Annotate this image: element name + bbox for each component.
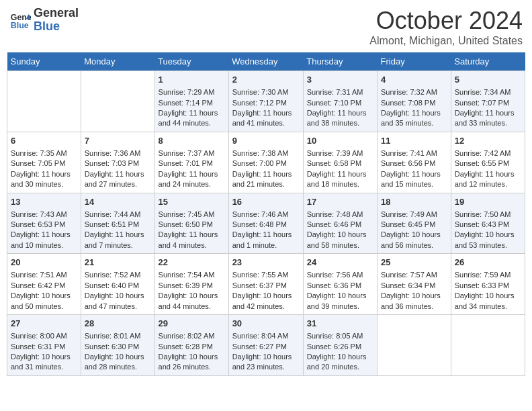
sunset-time: Sunset: 7:01 PM (159, 159, 213, 167)
day-number: 20 (11, 257, 77, 269)
day-header-wednesday: Wednesday (228, 52, 303, 71)
sunrise-time: Sunrise: 7:52 AM (85, 271, 141, 279)
daylight-hours: Daylight: 11 hours and 12 minutes. (455, 170, 515, 188)
day-number: 13 (11, 196, 77, 208)
sunrise-time: Sunrise: 7:46 AM (232, 210, 289, 218)
sunrise-time: Sunrise: 7:32 AM (381, 88, 437, 96)
calendar-cell: 4Sunrise: 7:32 AMSunset: 7:08 PMDaylight… (378, 71, 451, 132)
sunrise-time: Sunrise: 7:39 AM (307, 149, 363, 157)
calendar-cell: 11Sunrise: 7:41 AMSunset: 6:56 PMDayligh… (378, 132, 451, 193)
daylight-hours: Daylight: 11 hours and 7 minutes. (85, 230, 144, 248)
day-header-friday: Friday (378, 52, 451, 71)
sunset-time: Sunset: 7:12 PM (232, 99, 287, 107)
sunset-time: Sunset: 6:45 PM (381, 220, 435, 228)
sunset-time: Sunset: 6:58 PM (307, 159, 361, 167)
sunrise-time: Sunrise: 7:34 AM (455, 88, 511, 96)
day-number: 15 (159, 196, 225, 208)
daylight-hours: Daylight: 11 hours and 15 minutes. (381, 170, 441, 188)
sunrise-time: Sunrise: 7:59 AM (455, 271, 511, 279)
calendar-cell: 18Sunrise: 7:49 AMSunset: 6:45 PMDayligh… (378, 193, 451, 254)
day-number: 25 (381, 257, 447, 269)
sunset-time: Sunset: 6:46 PM (307, 220, 361, 228)
sunrise-time: Sunrise: 7:44 AM (85, 210, 141, 218)
daylight-hours: Daylight: 10 hours and 34 minutes. (455, 291, 515, 310)
title-area: October 2024 Almont, Michigan, United St… (369, 7, 523, 47)
sunrise-time: Sunrise: 7:41 AM (381, 149, 437, 157)
sunset-time: Sunset: 7:08 PM (381, 99, 435, 107)
calendar-table: SundayMondayTuesdayWednesdayThursdayFrid… (7, 52, 525, 376)
calendar-cell: 10Sunrise: 7:39 AMSunset: 6:58 PMDayligh… (303, 132, 377, 193)
sunset-time: Sunset: 6:48 PM (232, 220, 287, 228)
calendar-cell: 8Sunrise: 7:37 AMSunset: 7:01 PMDaylight… (154, 132, 228, 193)
daylight-hours: Daylight: 11 hours and 38 minutes. (307, 109, 367, 127)
day-number: 10 (307, 135, 373, 147)
calendar-cell: 9Sunrise: 7:38 AMSunset: 7:00 PMDaylight… (228, 132, 303, 193)
day-number: 27 (11, 318, 77, 330)
calendar-cell: 12Sunrise: 7:42 AMSunset: 6:55 PMDayligh… (451, 132, 525, 193)
calendar-cell (81, 71, 154, 132)
daylight-hours: Daylight: 11 hours and 30 minutes. (11, 170, 71, 188)
sunset-time: Sunset: 6:51 PM (85, 220, 139, 228)
sunset-time: Sunset: 6:50 PM (159, 220, 213, 228)
calendar-cell: 25Sunrise: 7:57 AMSunset: 6:34 PMDayligh… (378, 254, 451, 315)
calendar-cell: 23Sunrise: 7:55 AMSunset: 6:37 PMDayligh… (228, 254, 303, 315)
daylight-hours: Daylight: 11 hours and 33 minutes. (455, 109, 515, 127)
day-header-tuesday: Tuesday (154, 52, 228, 71)
calendar-cell: 19Sunrise: 7:50 AMSunset: 6:43 PMDayligh… (451, 193, 525, 254)
sunrise-time: Sunrise: 7:43 AM (11, 210, 67, 218)
day-number: 23 (232, 257, 300, 269)
sunrise-time: Sunrise: 7:30 AM (232, 88, 289, 96)
daylight-hours: Daylight: 11 hours and 18 minutes. (307, 170, 367, 188)
calendar-cell: 20Sunrise: 7:51 AMSunset: 6:42 PMDayligh… (7, 254, 81, 315)
day-number: 28 (85, 318, 151, 330)
sunset-time: Sunset: 7:07 PM (455, 99, 509, 107)
week-row-5: 27Sunrise: 8:00 AMSunset: 6:31 PMDayligh… (7, 315, 525, 376)
sunset-time: Sunset: 7:10 PM (307, 99, 361, 107)
daylight-hours: Daylight: 10 hours and 56 minutes. (381, 230, 441, 248)
daylight-hours: Daylight: 10 hours and 47 minutes. (85, 291, 144, 310)
daylight-hours: Daylight: 11 hours and 24 minutes. (159, 170, 218, 188)
sunrise-time: Sunrise: 7:54 AM (159, 271, 215, 279)
logo-icon: General Blue (9, 9, 31, 31)
sunrise-time: Sunrise: 7:36 AM (85, 149, 141, 157)
day-header-saturday: Saturday (451, 52, 525, 71)
sunset-time: Sunset: 7:03 PM (85, 159, 139, 167)
sunset-time: Sunset: 6:40 PM (85, 281, 139, 289)
sunrise-time: Sunrise: 7:51 AM (11, 271, 67, 279)
day-number: 5 (455, 74, 521, 86)
day-number: 18 (381, 196, 447, 208)
calendar-cell (451, 315, 525, 376)
calendar-cell: 13Sunrise: 7:43 AMSunset: 6:53 PMDayligh… (7, 193, 81, 254)
daylight-hours: Daylight: 11 hours and 10 minutes. (11, 230, 71, 248)
sunset-time: Sunset: 6:43 PM (455, 220, 509, 228)
header: General Blue General Blue October 2024 A… (7, 7, 525, 47)
daylight-hours: Daylight: 10 hours and 44 minutes. (159, 291, 218, 310)
day-number: 12 (455, 135, 521, 147)
day-number: 6 (11, 135, 77, 147)
daylight-hours: Daylight: 10 hours and 58 minutes. (307, 230, 367, 248)
daylight-hours: Daylight: 10 hours and 50 minutes. (11, 291, 71, 310)
sunrise-time: Sunrise: 7:50 AM (455, 210, 511, 218)
day-number: 4 (381, 74, 447, 86)
daylight-hours: Daylight: 10 hours and 42 minutes. (232, 291, 292, 310)
daylight-hours: Daylight: 10 hours and 36 minutes. (381, 291, 441, 310)
sunset-time: Sunset: 6:56 PM (381, 159, 435, 167)
location-subtitle: Almont, Michigan, United States (369, 35, 523, 47)
calendar-cell: 1Sunrise: 7:29 AMSunset: 7:14 PMDaylight… (154, 71, 228, 132)
sunset-time: Sunset: 6:30 PM (85, 342, 139, 351)
sunrise-time: Sunrise: 7:48 AM (307, 210, 363, 218)
calendar-cell: 21Sunrise: 7:52 AMSunset: 6:40 PMDayligh… (81, 254, 154, 315)
sunset-time: Sunset: 6:42 PM (11, 281, 65, 289)
days-header-row: SundayMondayTuesdayWednesdayThursdayFrid… (7, 52, 525, 71)
calendar-cell: 6Sunrise: 7:35 AMSunset: 7:05 PMDaylight… (7, 132, 81, 193)
calendar-cell: 24Sunrise: 7:56 AMSunset: 6:36 PMDayligh… (303, 254, 377, 315)
sunrise-time: Sunrise: 7:38 AM (232, 149, 289, 157)
logo-text: General Blue (34, 7, 79, 34)
daylight-hours: Daylight: 11 hours and 35 minutes. (381, 109, 441, 127)
week-row-2: 6Sunrise: 7:35 AMSunset: 7:05 PMDaylight… (7, 132, 525, 193)
sunset-time: Sunset: 6:27 PM (232, 342, 287, 351)
day-number: 26 (455, 257, 521, 269)
calendar-cell: 26Sunrise: 7:59 AMSunset: 6:33 PMDayligh… (451, 254, 525, 315)
sunrise-time: Sunrise: 7:37 AM (159, 149, 215, 157)
daylight-hours: Daylight: 11 hours and 44 minutes. (159, 109, 218, 127)
